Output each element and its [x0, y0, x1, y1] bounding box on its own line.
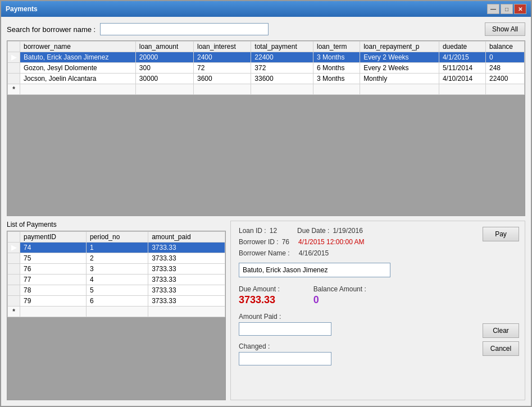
balance-amount-value: 0 — [313, 294, 366, 306]
pay-col-amount: amount_paid — [148, 232, 225, 243]
loan-id-value: 12 — [270, 227, 277, 235]
changed-input[interactable] — [239, 352, 331, 365]
title-bar-buttons: — □ ✕ — [487, 4, 526, 14]
payment-row-indicator: ▶ — [8, 243, 20, 253]
table-row[interactable]: Jocson, Joelin Alcantara300003600336003 … — [8, 74, 525, 84]
cell-total_payment: 22400 — [251, 52, 313, 63]
cell-duedate: 4/10/2014 — [439, 74, 485, 84]
balance-amount-block: Balance Amount : 0 — [313, 285, 366, 306]
cell-borrower_name: Jocson, Joelin Alcantara — [20, 74, 136, 84]
borrower-name-label: Borrower Name : — [239, 249, 290, 257]
balance-amount-label: Balance Amount : — [313, 285, 366, 293]
cell-loan_amount: 20000 — [135, 52, 193, 63]
payment-cell-amount_paid: 3733.33 — [148, 296, 225, 307]
col-duedate: duedate — [439, 42, 485, 52]
payment-row[interactable]: 7963733.33 — [8, 296, 225, 307]
cell-loan_interest: 2400 — [194, 52, 251, 63]
table-row[interactable]: ▶Batuto, Erick Jason Jimenez200002400224… — [8, 52, 525, 63]
col-loan-amount: loan_amount — [135, 42, 193, 52]
changed-block: Changed : — [239, 342, 517, 365]
due-date-label: Due Date : — [297, 227, 329, 235]
payment-cell-amount_paid: 3733.33 — [148, 253, 225, 264]
payment-row[interactable]: 7633733.33 — [8, 264, 225, 275]
new-row-cell — [360, 84, 439, 95]
payments-header-row: paymentID period_no amount_paid — [8, 232, 225, 243]
bottom-section: List of Payments paymentID period_no amo… — [7, 221, 525, 400]
cancel-button[interactable]: Cancel — [483, 341, 519, 356]
col-borrower-name: borrower_name — [20, 42, 136, 52]
changed-label: Changed : — [239, 342, 517, 350]
payment-cell-amount_paid: 3733.33 — [148, 243, 225, 253]
borrower-id-label: Borrower ID : — [239, 238, 279, 246]
pay-col-indicator — [8, 232, 20, 243]
amounts-row: Due Amount : 3733.33 Balance Amount : 0 — [239, 285, 517, 306]
payment-row[interactable]: 7523733.33 — [8, 253, 225, 264]
payment-row-indicator — [8, 253, 20, 264]
pay-col-id: paymentID — [20, 232, 87, 243]
search-area: Search for borrower name : Show All — [7, 22, 525, 36]
payments-table-body: ▶7413733.337523733.337633733.337743733.3… — [8, 243, 225, 317]
payments-window: Payments — □ ✕ Search for borrower name … — [0, 0, 532, 407]
new-payment-row[interactable]: * — [8, 307, 225, 317]
cell-loan_repayment_p: Every 2 Weeks — [360, 63, 439, 74]
payment-row-indicator — [8, 275, 20, 285]
borrower-id-row: Borrower ID : 76 4/1/2015 12:00:00 AM — [239, 238, 517, 246]
cell-duedate: 5/11/2014 — [439, 63, 485, 74]
borrower-due-date-red: 4/1/2015 12:00:00 AM — [298, 238, 364, 246]
minimize-button[interactable]: — — [487, 4, 499, 14]
row-indicator: ▶ — [8, 52, 20, 63]
window-title: Payments — [6, 5, 38, 13]
new-payment-indicator: * — [8, 307, 20, 317]
payment-cell-paymentID: 77 — [20, 275, 87, 285]
payments-table: paymentID period_no amount_paid ▶7413733… — [7, 231, 225, 317]
clear-button[interactable]: Clear — [483, 323, 519, 338]
close-button[interactable]: ✕ — [514, 4, 526, 14]
col-loan-term: loan_term — [313, 42, 360, 52]
payment-row[interactable]: ▶7413733.33 — [8, 243, 225, 253]
col-indicator — [8, 42, 20, 52]
payment-cell-amount_paid: 3733.33 — [148, 285, 225, 296]
amount-paid-input[interactable] — [239, 322, 331, 336]
pay-button[interactable]: Pay — [483, 227, 519, 241]
payment-cell-period_no: 3 — [86, 264, 148, 275]
side-buttons: Pay Clear Cancel — [483, 227, 519, 356]
payments-list-title: List of Payments — [7, 221, 226, 228]
maximize-button[interactable]: □ — [501, 4, 513, 14]
amount-paid-block: Amount Paid : — [239, 313, 517, 336]
new-row[interactable]: * — [8, 84, 525, 95]
row-indicator — [8, 63, 20, 74]
search-label: Search for borrower name : — [7, 25, 96, 34]
title-bar: Payments — □ ✕ — [1, 1, 531, 17]
pay-col-period: period_no — [86, 232, 148, 243]
payment-row[interactable]: 7853733.33 — [8, 285, 225, 296]
cell-duedate: 4/1/2015 — [439, 52, 485, 63]
new-payment-cell — [86, 307, 148, 317]
col-total-payment: total_payment — [251, 42, 313, 52]
payments-list-table-container: paymentID period_no amount_paid ▶7413733… — [7, 231, 226, 400]
payment-cell-paymentID: 74 — [20, 243, 87, 253]
payment-cell-paymentID: 76 — [20, 264, 87, 275]
loan-due-row: Loan ID : 12 Due Date : 1/19/2016 — [239, 227, 517, 235]
borrower-name-input[interactable] — [239, 263, 390, 277]
table-row[interactable]: Gozon, Jesyl Dolomente300723726 MonthsEv… — [8, 63, 525, 74]
due-amount-block: Due Amount : 3733.33 — [239, 285, 280, 306]
borrowers-table: borrower_name loan_amount loan_interest … — [7, 41, 525, 95]
cell-loan_interest: 72 — [194, 63, 251, 74]
due-date-value: 1/19/2016 — [333, 227, 362, 235]
detail-panel: Loan ID : 12 Due Date : 1/19/2016 Borrow… — [230, 221, 525, 400]
borrower-name-date-row: Borrower Name : 4/16/2015 — [239, 249, 517, 257]
search-input[interactable] — [100, 23, 269, 35]
cell-loan_term: 3 Months — [313, 74, 360, 84]
cell-total_payment: 33600 — [251, 74, 313, 84]
new-row-cell — [439, 84, 485, 95]
cell-loan_interest: 3600 — [194, 74, 251, 84]
payment-cell-amount_paid: 3733.33 — [148, 275, 225, 285]
show-all-button[interactable]: Show All — [485, 22, 525, 36]
payment-row[interactable]: 7743733.33 — [8, 275, 225, 285]
new-payment-cell — [148, 307, 225, 317]
new-row-cell — [20, 84, 136, 95]
top-table-container: borrower_name loan_amount loan_interest … — [7, 40, 525, 216]
payment-cell-amount_paid: 3733.33 — [148, 264, 225, 275]
payment-cell-paymentID: 75 — [20, 253, 87, 264]
row-indicator — [8, 74, 20, 84]
